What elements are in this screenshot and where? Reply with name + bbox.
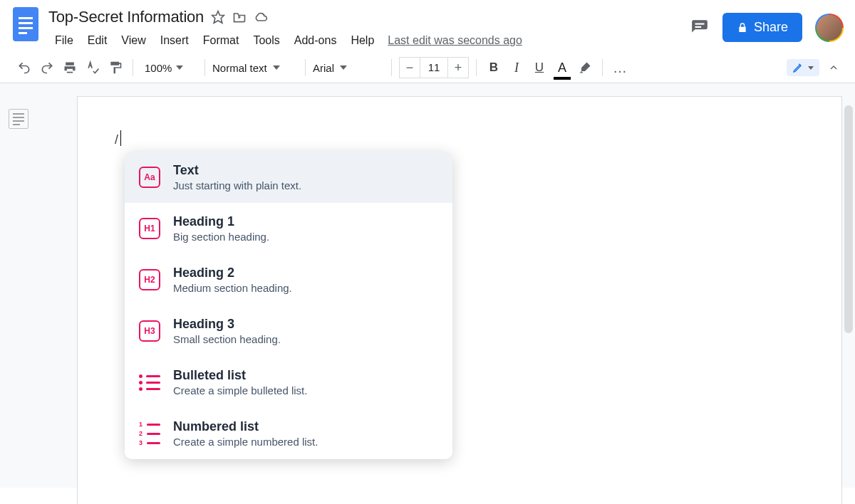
- separator: [133, 59, 133, 76]
- vertical-scrollbar[interactable]: [844, 105, 853, 333]
- menu-format[interactable]: Format: [197, 31, 246, 50]
- popup-item-title: Heading 1: [173, 214, 269, 229]
- cloud-saved-icon[interactable]: [254, 10, 268, 24]
- paragraph-style-select[interactable]: Normal text: [212, 62, 298, 74]
- svg-marker-5: [212, 11, 224, 23]
- zoom-value: 100%: [145, 62, 172, 74]
- svg-rect-6: [695, 23, 704, 24]
- h1-icon: H1: [139, 218, 160, 239]
- font-size-value[interactable]: 11: [420, 58, 448, 78]
- popup-item-desc: Create a simple numbered list.: [173, 436, 318, 448]
- move-folder-icon[interactable]: [232, 10, 247, 24]
- menu-tools[interactable]: Tools: [247, 31, 286, 50]
- share-button-label: Share: [754, 20, 788, 35]
- spellcheck-button[interactable]: [83, 57, 103, 78]
- menu-file[interactable]: File: [48, 31, 80, 50]
- popup-item-heading2[interactable]: H2 Heading 2 Medium section heading.: [125, 254, 452, 305]
- popup-item-desc: Medium section heading.: [173, 282, 292, 294]
- popup-item-heading1[interactable]: H1 Heading 1 Big section heading.: [125, 203, 452, 254]
- pencil-icon: [792, 62, 804, 73]
- zoom-select[interactable]: 100%: [140, 62, 197, 74]
- popup-item-desc: Just starting with plain text.: [173, 179, 301, 191]
- svg-rect-4: [19, 32, 27, 34]
- menu-help[interactable]: Help: [344, 31, 380, 50]
- bold-button[interactable]: B: [484, 57, 504, 78]
- docs-logo-icon[interactable]: [11, 6, 40, 43]
- document-title[interactable]: Top-Secret Information: [48, 8, 204, 26]
- avatar[interactable]: [815, 14, 844, 42]
- lock-icon: [737, 22, 748, 33]
- svg-rect-1: [19, 17, 33, 19]
- more-tools-button[interactable]: …: [610, 57, 631, 78]
- font-select[interactable]: Arial: [313, 62, 384, 74]
- chevron-down-icon: [176, 65, 183, 70]
- slash-menu-popup: Aa Text Just starting with plain text. H…: [125, 152, 452, 459]
- chevron-down-icon: [273, 65, 280, 70]
- svg-rect-3: [19, 27, 33, 29]
- popup-item-bulleted-list[interactable]: Bulleted list Create a simple bulleted l…: [125, 357, 452, 408]
- chevron-down-icon: [808, 66, 814, 70]
- outline-toggle-icon[interactable]: [9, 109, 28, 129]
- italic-button[interactable]: I: [507, 57, 527, 78]
- font-size-decrease[interactable]: −: [400, 58, 420, 78]
- slash-command-text: /: [115, 132, 118, 147]
- svg-rect-2: [19, 22, 33, 24]
- text-cursor: [120, 130, 121, 146]
- canvas-area: / Aa Text Just starting with plain text.…: [0, 83, 855, 488]
- separator: [476, 59, 477, 76]
- popup-item-desc: Create a simple bulleted list.: [173, 384, 307, 397]
- text-color-button[interactable]: A: [552, 57, 572, 78]
- title-area: Top-Secret Information File Edit View In…: [48, 6, 690, 50]
- undo-button[interactable]: [14, 57, 34, 78]
- paint-format-button[interactable]: [105, 57, 125, 78]
- outline-panel: [0, 83, 37, 488]
- style-value: Normal text: [212, 62, 267, 74]
- bulleted-list-icon: [139, 372, 160, 393]
- svg-rect-7: [695, 26, 701, 27]
- h3-icon: H3: [139, 320, 160, 342]
- document-page[interactable]: / Aa Text Just starting with plain text.…: [77, 96, 842, 504]
- separator: [204, 59, 205, 76]
- numbered-list-icon: 1 2 3: [139, 423, 160, 444]
- popup-item-title: Bulleted list: [173, 368, 307, 383]
- header-right: Share: [690, 6, 844, 42]
- popup-item-title: Heading 3: [173, 317, 281, 332]
- underline-button[interactable]: U: [529, 57, 549, 78]
- chevron-down-icon: [340, 65, 347, 70]
- menu-addons[interactable]: Add-ons: [288, 31, 343, 50]
- font-value: Arial: [313, 62, 334, 74]
- app-header: Top-Secret Information File Edit View In…: [0, 0, 855, 50]
- share-button[interactable]: Share: [722, 13, 802, 42]
- popup-item-title: Heading 2: [173, 266, 292, 280]
- print-button[interactable]: [60, 57, 80, 78]
- text-block-icon: Aa: [139, 167, 160, 188]
- popup-item-heading3[interactable]: H3 Heading 3 Small section heading.: [125, 305, 452, 357]
- popup-item-title: Numbered list: [173, 419, 318, 434]
- menu-edit[interactable]: Edit: [81, 31, 114, 50]
- editing-mode-button[interactable]: [787, 59, 819, 76]
- menu-bar: File Edit View Insert Format Tools Add-o…: [48, 31, 690, 50]
- redo-button[interactable]: [37, 57, 57, 78]
- collapse-toolbar-button[interactable]: [824, 57, 844, 78]
- popup-item-text[interactable]: Aa Text Just starting with plain text.: [125, 152, 452, 203]
- popup-item-title: Text: [173, 163, 301, 178]
- popup-item-desc: Small section heading.: [173, 333, 281, 345]
- popup-item-desc: Big section heading.: [173, 231, 269, 243]
- star-icon[interactable]: [211, 10, 225, 24]
- menu-view[interactable]: View: [115, 31, 152, 50]
- last-edit-link[interactable]: Last edit was seconds ago: [388, 34, 522, 47]
- font-size-control: − 11 +: [399, 57, 469, 78]
- menu-insert[interactable]: Insert: [154, 31, 195, 50]
- highlight-button[interactable]: [575, 57, 595, 78]
- separator: [305, 59, 306, 76]
- popup-item-numbered-list[interactable]: 1 2 3 Numbered list Create a simple numb…: [125, 408, 452, 459]
- toolbar: 100% Normal text Arial − 11 + B I U A …: [0, 50, 855, 83]
- h2-icon: H2: [139, 269, 160, 290]
- separator: [602, 59, 603, 76]
- comments-icon[interactable]: [690, 18, 710, 38]
- separator: [391, 59, 392, 76]
- font-size-increase[interactable]: +: [448, 58, 468, 78]
